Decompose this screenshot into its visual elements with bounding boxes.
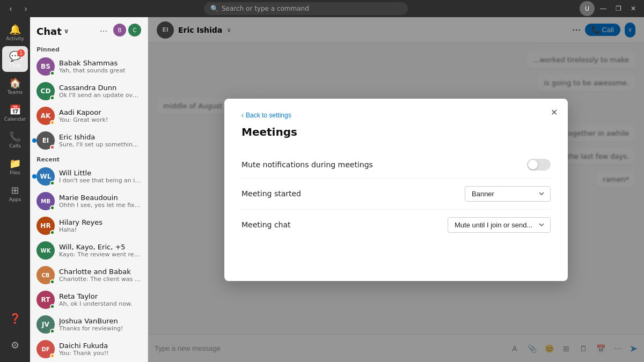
status-dot	[50, 181, 55, 186]
chat-badge: 1	[17, 49, 25, 57]
chat-preview: Sure, I'll set up something for next...	[59, 141, 141, 148]
meeting-chat-label: Meeting chat	[241, 220, 291, 229]
chat-name: Cassandra Dunn	[59, 84, 141, 92]
search-icon: 🔍	[210, 5, 218, 12]
avatar: BS	[36, 57, 55, 76]
status-dot	[50, 329, 55, 334]
list-item[interactable]: DF Daichi Fukuda You: Thank you!!	[30, 337, 148, 361]
chat-info: Marie Beaudouin Ohhh I see, yes let me f…	[59, 194, 141, 209]
calls-label: Calls	[9, 143, 21, 149]
meeting-started-select[interactable]: Banner Email Off	[465, 186, 551, 202]
app-body: 🔔 Activity 💬 Chat 1 🏠 Teams 📅 Calendar 📞…	[0, 17, 644, 362]
sidebar-item-settings[interactable]: ⚙	[2, 332, 28, 358]
mute-notifications-label: Mute notifications during meetings	[241, 160, 373, 169]
settings-icon: ⚙	[11, 339, 19, 351]
avatar: MB	[36, 192, 55, 210]
apps-label: Apps	[9, 197, 21, 202]
calls-icon: 📞	[9, 131, 21, 142]
chat-name: Daichi Fukuda	[59, 342, 141, 350]
list-item[interactable]: BS Babak Shammas Yah, that sounds great	[30, 54, 148, 79]
list-item[interactable]: MB Marie Beaudouin Ohhh I see, yes let m…	[30, 189, 148, 213]
status-dot	[50, 95, 55, 100]
user-avatar[interactable]: U	[580, 1, 595, 16]
activity-label: Activity	[6, 36, 24, 41]
avatar: CD	[36, 82, 55, 100]
status-dot	[50, 145, 55, 150]
setting-row-meeting-chat: Meeting chat Mute until I join or send..…	[241, 210, 551, 240]
files-icon: 📁	[9, 158, 21, 169]
status-dot	[50, 230, 55, 235]
sidebar-item-calendar[interactable]: 📅 Calendar	[2, 100, 28, 125]
titlebar-right: U — ❐ ✕	[580, 1, 640, 16]
close-button[interactable]: ✕	[627, 2, 640, 15]
list-item[interactable]: HR Hilary Reyes Haha!	[30, 213, 148, 238]
chat-info: Eric Ishida Sure, I'll set up something …	[59, 133, 141, 148]
search-bar[interactable]: 🔍 Search or type a command	[204, 2, 408, 15]
minimize-button[interactable]: —	[597, 2, 610, 15]
nav-rail: 🔔 Activity 💬 Chat 1 🏠 Teams 📅 Calendar 📞…	[0, 17, 30, 362]
back-button[interactable]: ‹	[4, 2, 17, 15]
list-item[interactable]: WL Will Little I don't see that being an…	[30, 164, 148, 189]
setting-row-meeting-started: Meeting started Banner Email Off	[241, 179, 551, 210]
status-dot	[50, 304, 55, 309]
chat-name: Eric Ishida	[59, 133, 141, 141]
avatar: HR	[36, 217, 55, 235]
back-to-settings-button[interactable]: ‹ Back to settings	[241, 112, 291, 119]
chat-info: Aadi Kapoor You: Great work!	[59, 108, 141, 123]
mute-notifications-toggle[interactable]	[527, 159, 551, 171]
sidebar-item-files[interactable]: 📁 Files	[2, 153, 28, 179]
meeting-chat-select[interactable]: Mute until I join or send... On Off	[448, 217, 551, 233]
list-item[interactable]: CD Cassandra Dunn Ok I'll send an update…	[30, 79, 148, 104]
sidebar-avatar-2: C	[128, 24, 141, 36]
modal-title: Meetings	[241, 125, 551, 138]
list-item[interactable]: EI Eric Ishida Sure, I'll set up somethi…	[30, 128, 148, 153]
chat-name: Charlotte and Babak	[59, 268, 141, 276]
list-item[interactable]: CB Charlotte and Babak Charlotte: The cl…	[30, 263, 148, 287]
forward-button[interactable]: ›	[19, 2, 32, 15]
maximize-button[interactable]: ❐	[612, 2, 625, 15]
avatar: DF	[36, 340, 55, 358]
sidebar-item-calls[interactable]: 📞 Calls	[2, 127, 28, 152]
meetings-modal: ‹ Back to settings Meetings ✕ Mute notif…	[224, 99, 568, 281]
calendar-icon: 📅	[9, 104, 21, 115]
titlebar-left: ‹ ›	[4, 2, 32, 15]
sidebar-actions: ⋯ B C	[96, 24, 141, 39]
avatar: AK	[36, 107, 55, 125]
sidebar-avatar-1: B	[113, 24, 126, 36]
list-item[interactable]: JV Joshua VanBuren Thanks for reviewing!	[30, 312, 148, 337]
chat-nav-label: Chat	[9, 63, 20, 68]
sidebar-item-chat[interactable]: 💬 Chat 1	[2, 46, 28, 72]
meeting-started-label: Meeting started	[241, 189, 301, 198]
avatar: CB	[36, 266, 55, 284]
avatar: JV	[36, 315, 55, 334]
chevron-down-icon: ∨	[64, 27, 69, 35]
back-arrow-icon: ‹	[241, 112, 244, 119]
list-item[interactable]: WK Will, Kayo, Eric, +5 Kayo: The review…	[30, 238, 148, 263]
meeting-started-control: Banner Email Off	[465, 186, 551, 202]
sidebar-title: Chat ∨	[36, 26, 69, 37]
modal-close-button[interactable]: ✕	[546, 105, 561, 120]
chat-preview: Charlotte: The client was pretty happ...	[59, 276, 141, 283]
chat-name: Aadi Kapoor	[59, 108, 141, 116]
list-item[interactable]: RT Reta Taylor Ah, ok I understand now.	[30, 287, 148, 312]
sidebar-item-activity[interactable]: 🔔 Activity	[2, 19, 28, 45]
sidebar-item-help[interactable]: ❓	[2, 305, 28, 331]
chat-name: Joshua VanBuren	[59, 317, 141, 325]
chat-info: Babak Shammas Yah, that sounds great	[59, 59, 141, 74]
chat-info: Daichi Fukuda You: Thank you!!	[59, 342, 141, 357]
main-content: EI Eric Ishida ∨ ⋯ 📞 Call ∨ ...worked ti…	[148, 17, 644, 362]
chat-info: Hilary Reyes Haha!	[59, 218, 141, 233]
sidebar-item-apps[interactable]: ⊞ Apps	[2, 180, 28, 206]
chat-info: Will Little I don't see that being an is…	[59, 169, 141, 184]
chat-preview: I don't see that being an issue, can...	[59, 177, 141, 184]
avatar: WK	[36, 241, 55, 260]
sidebar-item-teams[interactable]: 🏠 Teams	[2, 73, 28, 99]
calendar-label: Calendar	[4, 116, 26, 122]
list-item[interactable]: AK Aadi Kapoor You: Great work!	[30, 104, 148, 128]
chat-info: Charlotte and Babak Charlotte: The clien…	[59, 268, 141, 283]
setting-row-mute: Mute notifications during meetings	[241, 151, 551, 179]
nav-bottom: ❓ ⚙	[2, 305, 28, 362]
status-dot	[50, 120, 55, 125]
chat-name: Reta Taylor	[59, 292, 141, 300]
sidebar-more-button[interactable]: ⋯	[96, 24, 111, 39]
